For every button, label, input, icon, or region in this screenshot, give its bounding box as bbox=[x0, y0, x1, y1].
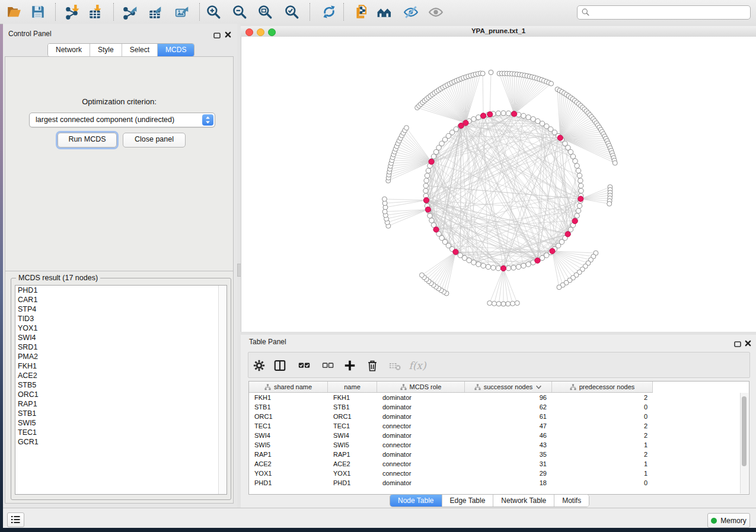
table-cell: 1 bbox=[552, 459, 653, 469]
tab-motifs[interactable]: Motifs bbox=[554, 495, 589, 507]
mcds-result-item[interactable]: STP4 bbox=[15, 305, 227, 314]
table-cell: 0 bbox=[552, 402, 653, 412]
table-row[interactable]: RAP1RAP1dominator352 bbox=[249, 450, 653, 459]
show-panels-button[interactable] bbox=[7, 512, 24, 527]
hide-selected-button[interactable] bbox=[401, 2, 420, 21]
table-row[interactable]: ORC1ORC1dominator610 bbox=[249, 412, 653, 421]
float-table-panel-icon[interactable] bbox=[734, 339, 741, 350]
column-header-name[interactable]: name bbox=[328, 382, 377, 392]
list-scrollbar[interactable] bbox=[218, 286, 227, 494]
toolbar-separator bbox=[113, 3, 114, 21]
add-column-button[interactable] bbox=[342, 358, 358, 373]
table-cell: SWI5 bbox=[249, 440, 328, 450]
search-input[interactable] bbox=[593, 7, 747, 18]
table-row[interactable]: ACE2ACE2connector311 bbox=[249, 459, 653, 469]
table-row[interactable]: STB1STB1dominator620 bbox=[249, 402, 653, 412]
mcds-result-item[interactable]: PMA2 bbox=[15, 352, 227, 361]
column-header-predecessor-nodes[interactable]: predecessor nodes bbox=[552, 382, 653, 392]
memory-label: Memory bbox=[720, 517, 746, 525]
run-mcds-button[interactable]: Run MCDS bbox=[58, 133, 117, 148]
table-settings-button[interactable] bbox=[251, 358, 267, 373]
table-cell: SWI4 bbox=[328, 431, 377, 440]
tab-network[interactable]: Network bbox=[48, 44, 90, 56]
zoom-in-button[interactable] bbox=[204, 2, 223, 21]
tab-edge-table[interactable]: Edge Table bbox=[442, 495, 493, 507]
mcds-result-item[interactable]: STB1 bbox=[15, 409, 227, 418]
optimization-criterion-select[interactable]: largest connected component (undirected) bbox=[29, 113, 215, 127]
export-table-button[interactable] bbox=[145, 2, 164, 21]
close-table-panel-icon[interactable] bbox=[745, 338, 751, 349]
column-header-successor-nodes[interactable]: successor nodes bbox=[465, 382, 552, 392]
table-cell: 2 bbox=[552, 393, 653, 402]
select-all-button[interactable] bbox=[296, 358, 312, 373]
close-panel-button[interactable]: Close panel bbox=[123, 133, 186, 148]
table-row[interactable]: SWI4SWI4dominator462 bbox=[249, 431, 653, 440]
zoom-selected-button[interactable] bbox=[282, 2, 301, 21]
table-row[interactable]: TEC1TEC1connector472 bbox=[249, 421, 653, 431]
table-row[interactable]: YOX1YOX1connector291 bbox=[249, 469, 653, 478]
save-session-button[interactable] bbox=[28, 2, 47, 21]
table-cell: YOX1 bbox=[328, 469, 377, 478]
table-cell: connector bbox=[377, 440, 465, 450]
attribute-icon bbox=[400, 384, 407, 390]
column-header-shared-name[interactable]: shared name bbox=[249, 382, 328, 392]
import-table-button[interactable] bbox=[85, 2, 104, 21]
table-row[interactable]: PHD1PHD1dominator180 bbox=[249, 478, 653, 488]
mcds-result-item[interactable]: SWI5 bbox=[15, 418, 227, 428]
mcds-result-item[interactable]: GCR1 bbox=[15, 437, 227, 447]
stepper-icon bbox=[202, 114, 213, 126]
mcds-result-item[interactable]: TEC1 bbox=[15, 428, 227, 437]
mcds-result-item[interactable]: RAP1 bbox=[15, 399, 227, 409]
network-canvas[interactable] bbox=[241, 37, 756, 332]
mcds-result-item[interactable]: ORC1 bbox=[15, 390, 227, 399]
mcds-result-item[interactable]: PHD1 bbox=[15, 286, 227, 295]
import-network-button[interactable] bbox=[63, 2, 82, 21]
table-row[interactable]: FKH1FKH1dominator962 bbox=[249, 393, 653, 402]
memory-button[interactable]: Memory bbox=[707, 513, 750, 528]
search-icon bbox=[581, 8, 590, 17]
mcds-result-item[interactable]: FKH1 bbox=[15, 361, 227, 371]
attribute-icon bbox=[474, 384, 481, 390]
show-all-button[interactable] bbox=[426, 2, 445, 21]
column-header-MCDS-role[interactable]: MCDS role bbox=[377, 382, 465, 392]
network-window-titlebar[interactable]: YPA_prune.txt_1 bbox=[241, 26, 756, 37]
tab-node-table[interactable]: Node Table bbox=[390, 495, 442, 507]
table-header: shared namenameMCDS rolesuccessor nodesp… bbox=[249, 382, 653, 393]
desktop: Control Panel NetworkStyleSelectMCDS Opt… bbox=[0, 0, 756, 532]
table-row[interactable]: SWI5SWI5connector431 bbox=[249, 440, 653, 450]
show-columns-button[interactable] bbox=[272, 358, 288, 373]
search-box[interactable] bbox=[577, 5, 751, 20]
mcds-result-item[interactable]: ACE2 bbox=[15, 371, 227, 380]
table-cell: 62 bbox=[465, 402, 552, 412]
tab-style[interactable]: Style bbox=[90, 44, 122, 56]
apply-layout-button[interactable] bbox=[320, 2, 339, 21]
control-panel: Control Panel NetworkStyleSelectMCDS Opt… bbox=[3, 24, 237, 508]
control-panel-tabs: NetworkStyleSelectMCDS bbox=[47, 43, 194, 57]
toolbar-separator bbox=[310, 3, 310, 21]
mcds-result-item[interactable]: TID3 bbox=[15, 314, 227, 323]
mcds-result-item[interactable]: SRD1 bbox=[15, 342, 227, 352]
first-neighbors-button[interactable] bbox=[375, 2, 394, 21]
table-scrollbar[interactable] bbox=[740, 393, 748, 493]
mcds-result-item[interactable]: STB5 bbox=[15, 380, 227, 390]
close-panel-icon[interactable] bbox=[225, 30, 231, 40]
mcds-result-item[interactable]: CAR1 bbox=[15, 295, 227, 305]
zoom-fit-button[interactable] bbox=[256, 2, 275, 21]
mcds-result-item[interactable]: YOX1 bbox=[15, 323, 227, 333]
deselect-all-button[interactable] bbox=[320, 358, 336, 373]
table-scrollbar-thumb[interactable] bbox=[742, 396, 747, 466]
float-panel-icon[interactable] bbox=[213, 30, 221, 41]
delete-column-button[interactable] bbox=[365, 358, 380, 373]
tab-network-table[interactable]: Network Table bbox=[493, 495, 554, 507]
table-cell: dominator bbox=[377, 450, 465, 459]
clone-network-button[interactable] bbox=[352, 2, 371, 21]
table-cell: PHD1 bbox=[328, 478, 377, 488]
export-image-button[interactable] bbox=[173, 2, 192, 21]
export-network-button[interactable] bbox=[121, 2, 140, 21]
tab-mcds[interactable]: MCDS bbox=[157, 44, 194, 56]
open-session-button[interactable] bbox=[5, 2, 24, 21]
network-graph[interactable] bbox=[241, 37, 756, 332]
mcds-result-item[interactable]: SWI4 bbox=[15, 333, 227, 342]
tab-select[interactable]: Select bbox=[122, 44, 157, 56]
zoom-out-button[interactable] bbox=[230, 2, 249, 21]
